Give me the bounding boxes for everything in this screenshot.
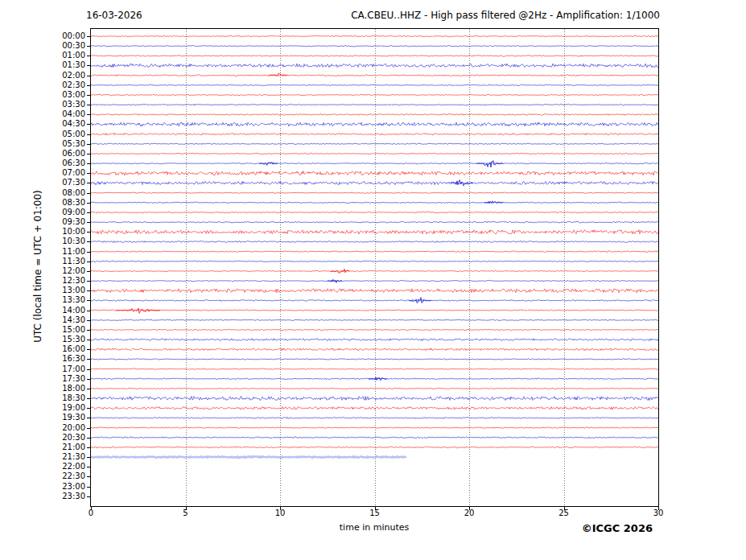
y-tick-label: 21:00 <box>37 443 85 451</box>
y-tick-mark <box>87 134 90 135</box>
y-tick-label: 19:30 <box>37 414 85 422</box>
y-tick-mark <box>87 330 90 331</box>
x-tick-mark <box>375 507 376 510</box>
y-tick-label: 10:00 <box>37 228 85 236</box>
x-tick-mark <box>564 507 565 510</box>
y-tick-mark <box>87 428 90 429</box>
y-tick-mark <box>87 398 90 399</box>
y-tick-mark <box>87 193 90 194</box>
y-tick-mark <box>87 447 90 448</box>
y-tick-mark <box>87 408 90 409</box>
y-tick-label: 12:00 <box>37 267 85 275</box>
helicorder-canvas <box>91 29 658 506</box>
y-tick-label: 13:00 <box>37 286 85 294</box>
x-tick-mark <box>91 507 92 510</box>
y-tick-mark <box>87 183 90 183</box>
y-tick-mark <box>87 467 90 467</box>
x-tick-label: 25 <box>550 509 579 517</box>
y-tick-mark <box>87 56 90 56</box>
x-tick-label: 0 <box>76 509 105 517</box>
y-tick-mark <box>87 389 90 389</box>
y-tick-mark <box>87 144 90 145</box>
y-tick-mark <box>87 46 90 47</box>
y-tick-label: 20:00 <box>37 424 85 432</box>
y-tick-label: 03:00 <box>37 91 85 99</box>
y-tick-label: 14:00 <box>37 307 85 315</box>
y-tick-mark <box>87 290 90 291</box>
y-tick-mark <box>87 281 90 282</box>
y-tick-mark <box>87 457 90 458</box>
y-tick-label: 16:30 <box>37 355 85 363</box>
y-tick-label: 21:30 <box>37 453 85 461</box>
y-tick-mark <box>87 261 90 262</box>
y-tick-mark <box>87 369 90 370</box>
y-tick-mark <box>87 65 90 66</box>
plot-date: 16-03-2026 <box>86 10 142 21</box>
y-tick-mark <box>87 487 90 488</box>
y-tick-mark <box>87 124 90 125</box>
y-tick-mark <box>87 349 90 350</box>
x-tick-mark <box>658 507 659 510</box>
y-tick-label: 22:00 <box>37 463 85 471</box>
y-tick-label: 05:30 <box>37 140 85 148</box>
y-tick-label: 13:30 <box>37 296 85 304</box>
y-tick-label: 23:30 <box>37 492 85 500</box>
copyright-text: ©ICGC 2026 <box>582 522 653 534</box>
y-tick-mark <box>87 340 90 340</box>
x-tick-label: 30 <box>644 509 673 517</box>
y-tick-mark <box>87 232 90 233</box>
y-tick-label: 18:00 <box>37 385 85 393</box>
y-tick-label: 04:00 <box>37 110 85 118</box>
y-tick-label: 10:30 <box>37 237 85 245</box>
y-tick-mark <box>87 95 90 96</box>
x-tick-mark <box>280 507 281 510</box>
y-tick-mark <box>87 173 90 174</box>
x-tick-mark <box>469 507 470 510</box>
x-tick-label: 10 <box>266 509 295 517</box>
y-tick-mark <box>87 311 90 311</box>
y-tick-mark <box>87 418 90 418</box>
y-tick-mark <box>87 379 90 380</box>
y-tick-mark <box>87 252 90 253</box>
y-tick-mark <box>87 212 90 213</box>
y-tick-label: 14:30 <box>37 316 85 324</box>
y-tick-label: 11:30 <box>37 257 85 266</box>
x-tick-mark <box>186 507 187 510</box>
y-tick-label: 09:00 <box>37 208 85 216</box>
y-tick-label: 08:30 <box>37 199 85 207</box>
plot-title: CA.CBEU..HHZ - High pass filtered @2Hz -… <box>351 10 660 21</box>
y-tick-label: 17:30 <box>37 375 85 383</box>
y-tick-label: 15:30 <box>37 336 85 344</box>
y-tick-label: 04:30 <box>37 120 85 128</box>
y-tick-label: 08:00 <box>37 189 85 197</box>
y-tick-label: 07:30 <box>37 179 85 187</box>
y-tick-label: 22:30 <box>37 472 85 480</box>
y-tick-label: 19:00 <box>37 404 85 412</box>
y-tick-label: 12:30 <box>37 277 85 285</box>
x-axis-label: time in minutes <box>293 522 455 533</box>
y-tick-label: 20:30 <box>37 434 85 442</box>
y-tick-mark <box>87 476 90 477</box>
x-tick-label: 15 <box>361 509 389 517</box>
y-tick-label: 06:00 <box>37 150 85 158</box>
y-tick-mark <box>87 114 90 115</box>
y-tick-label: 01:00 <box>37 51 85 60</box>
y-tick-mark <box>87 203 90 204</box>
y-tick-label: 03:30 <box>37 101 85 109</box>
y-tick-mark <box>87 271 90 272</box>
y-tick-mark <box>87 496 90 497</box>
y-tick-label: 11:00 <box>37 248 85 256</box>
y-tick-mark <box>87 300 90 301</box>
y-tick-mark <box>87 359 90 360</box>
y-tick-label: 00:30 <box>37 42 85 50</box>
y-tick-label: 02:30 <box>37 81 85 89</box>
y-tick-label: 18:30 <box>37 394 85 402</box>
y-tick-label: 09:30 <box>37 218 85 226</box>
y-tick-label: 05:00 <box>37 130 85 138</box>
y-tick-mark <box>87 163 90 164</box>
y-tick-mark <box>87 85 90 86</box>
y-tick-mark <box>87 36 90 37</box>
y-tick-mark <box>87 241 90 242</box>
x-tick-label: 5 <box>171 509 200 517</box>
y-tick-label: 06:30 <box>37 159 85 167</box>
